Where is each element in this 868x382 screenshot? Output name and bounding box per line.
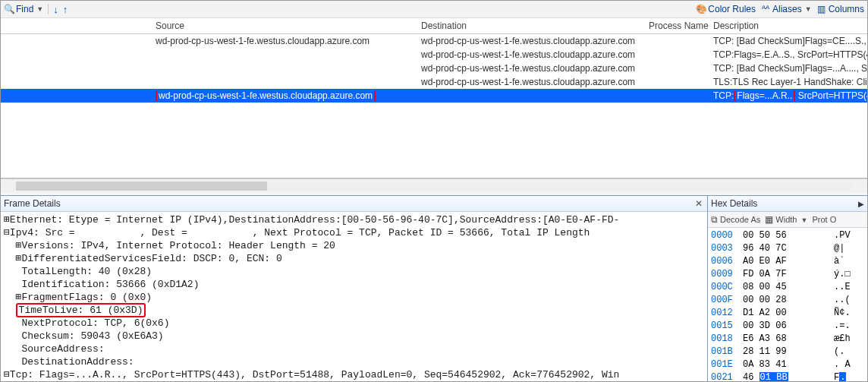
frame-details-pane: Frame Details ✕ ⊞Ethernet: Etype = Inter… bbox=[1, 195, 708, 381]
columns-label: Columns bbox=[829, 4, 864, 14]
hex-ascii: (. bbox=[834, 346, 864, 358]
cell-destination: wd-prod-cp-us-west-1-fe.westus.cloudapp.… bbox=[418, 49, 646, 60]
tree-line[interactable]: ⊞FragmentFlags: 0 (0x0) bbox=[4, 291, 704, 304]
hex-offset: 0003 bbox=[711, 242, 737, 255]
find-prev-button[interactable]: ↑ bbox=[63, 4, 68, 15]
tree-line[interactable]: ⊞Versions: IPv4, Internet Protocol: Head… bbox=[4, 239, 704, 252]
hex-ascii: Ñ¢. bbox=[834, 307, 864, 320]
find-label: Find bbox=[16, 4, 33, 14]
hex-row[interactable]: 001B28 11 99(. bbox=[711, 346, 864, 358]
cell-description: TCP:Flags=.E.A..S., SrcPort=HTTPS(44 bbox=[710, 49, 867, 60]
hex-row[interactable]: 0006A0 E0 AFà` bbox=[711, 255, 864, 268]
hex-ascii: ..( bbox=[834, 294, 864, 307]
frame-details-header: Frame Details ✕ bbox=[1, 196, 707, 212]
tree-line[interactable]: Checksum: 59043 (0xE6A3) bbox=[4, 330, 704, 343]
cell-source: wd-prod-cp-us-west-1-fe.westus.cloudapp.… bbox=[153, 90, 418, 101]
tree-line[interactable]: TotalLength: 40 (0x28) bbox=[4, 265, 704, 278]
hex-row[interactable]: 000396 40 7C@| bbox=[711, 242, 864, 255]
hex-row[interactable]: 002146 01 BBF. bbox=[711, 371, 864, 381]
prot-o-button[interactable]: Prot O bbox=[812, 215, 836, 224]
color-rules-button[interactable]: 🎨 Color Rules bbox=[696, 4, 756, 14]
hex-bytes: E6 A3 68 bbox=[743, 333, 828, 346]
columns-button[interactable]: ▥ Columns bbox=[816, 4, 864, 14]
chevron-down-icon: ▼ bbox=[805, 5, 812, 13]
col-header-process[interactable]: Process Name bbox=[646, 21, 710, 31]
close-icon[interactable]: ✕ bbox=[693, 198, 704, 209]
col-header-destination[interactable]: Destination bbox=[418, 21, 646, 31]
hex-bytes: 0A 83 41 bbox=[743, 358, 828, 371]
hex-row[interactable]: 0009FD 0A 7Fý.□ bbox=[711, 268, 864, 281]
hex-ascii: F. bbox=[834, 371, 864, 381]
chevron-down-icon: ▼ bbox=[801, 216, 808, 224]
tree-line[interactable]: ⊟Ipv4: Src = , Dest = , Next Protocol = … bbox=[4, 226, 704, 239]
tree-line[interactable]: SourceAddress: bbox=[4, 343, 704, 355]
width-button[interactable]: ▦ Width ▼ bbox=[765, 214, 807, 225]
packet-list-hscroll[interactable] bbox=[1, 178, 867, 193]
network-monitor-window: 🔍 Find ▼ ↓ ↑ 🎨 Color Rules ᴬᴬ Aliases ▼ … bbox=[0, 0, 868, 382]
cell-destination: wd-prod-cp-us-west-1-fe.westus.cloudapp.… bbox=[418, 36, 646, 46]
hex-bytes: A0 E0 AF bbox=[743, 255, 828, 268]
hex-row[interactable]: 000000 50 56.PV bbox=[711, 229, 864, 242]
hex-details-body[interactable]: 000000 50 56.PV000396 40 7C@|0006A0 E0 A… bbox=[708, 228, 867, 381]
hex-offset: 0006 bbox=[711, 255, 737, 268]
hex-ascii: ý.□ bbox=[834, 268, 864, 281]
find-button[interactable]: 🔍 Find ▼ bbox=[4, 4, 43, 14]
hex-bytes: FD 0A 7F bbox=[743, 268, 828, 281]
packet-list-rows: wd-prod-cp-us-west-1-fe.westus.cloudapp.… bbox=[1, 34, 867, 178]
toolbar: 🔍 Find ▼ ↓ ↑ 🎨 Color Rules ᴬᴬ Aliases ▼ … bbox=[1, 1, 867, 18]
hex-offset: 001B bbox=[711, 346, 737, 358]
aliases-label: Aliases bbox=[772, 4, 802, 14]
hex-bytes: 28 11 99 bbox=[743, 346, 828, 358]
hex-details-pane: Hex Details ▶ ⧉ Decode As ▦ Width ▼ Prot… bbox=[708, 195, 867, 381]
cell-description: TCP: [Bad CheckSum]Flags=...A...., Sr bbox=[710, 63, 867, 74]
table-row[interactable]: wd-prod-cp-us-west-1-fe.westus.cloudapp.… bbox=[1, 75, 867, 89]
hex-bytes: 00 3D 06 bbox=[743, 320, 828, 333]
hex-row[interactable]: 0012D1 A2 00Ñ¢. bbox=[711, 307, 864, 320]
tree-line[interactable]: DestinationAddress: bbox=[4, 355, 704, 368]
hex-row[interactable]: 001E0A 83 41. A bbox=[711, 358, 864, 371]
hex-row[interactable]: 001500 3D 06.=. bbox=[711, 320, 864, 333]
table-row[interactable]: wd-prod-cp-us-west-1-fe.westus.cloudapp.… bbox=[1, 34, 867, 48]
color-rules-label: Color Rules bbox=[708, 4, 756, 14]
hex-offset: 0018 bbox=[711, 333, 737, 346]
frame-details-body[interactable]: ⊞Ethernet: Etype = Internet IP (IPv4),De… bbox=[1, 212, 707, 381]
table-row[interactable]: wd-prod-cp-us-west-1-fe.westus.cloudapp.… bbox=[1, 48, 867, 62]
hex-bytes: D1 A2 00 bbox=[743, 307, 828, 320]
table-row[interactable]: wd-prod-cp-us-west-1-fe.westus.cloudapp.… bbox=[1, 62, 867, 75]
hex-offset: 0012 bbox=[711, 307, 737, 320]
frame-details-title: Frame Details bbox=[4, 198, 61, 209]
hex-bytes: 08 00 45 bbox=[743, 281, 828, 294]
col-header-description[interactable]: Description bbox=[710, 21, 867, 31]
table-row[interactable]: wd-prod-cp-us-west-1-fe.westus.cloudapp.… bbox=[1, 89, 867, 103]
aliases-button[interactable]: ᴬᴬ Aliases ▼ bbox=[760, 4, 812, 14]
tree-line[interactable]: TimeToLive: 61 (0x3D) bbox=[4, 304, 704, 317]
palette-icon: 🎨 bbox=[696, 4, 706, 14]
tree-line[interactable]: ⊞Ethernet: Etype = Internet IP (IPv4),De… bbox=[4, 213, 704, 226]
hex-ascii: @| bbox=[834, 242, 864, 255]
details-split: Frame Details ✕ ⊞Ethernet: Etype = Inter… bbox=[1, 195, 867, 381]
columns-icon: ▥ bbox=[816, 4, 827, 14]
find-next-button[interactable]: ↓ bbox=[53, 4, 58, 15]
tree-line[interactable]: Identification: 53666 (0xD1A2) bbox=[4, 278, 704, 291]
flags-annotation: Flags=...A.R.. bbox=[734, 90, 795, 101]
hex-offset: 001E bbox=[711, 358, 737, 371]
hex-offset: 0009 bbox=[711, 268, 737, 281]
chevron-down-icon: ▼ bbox=[36, 5, 43, 13]
ttl-annotation: TimeToLive: 61 (0x3D) bbox=[16, 303, 146, 317]
hex-row[interactable]: 0018E6 A3 68æ£h bbox=[711, 333, 864, 346]
hex-row[interactable]: 000F00 00 28..( bbox=[711, 294, 864, 307]
cell-source: wd-prod-cp-us-west-1-fe.westus.cloudapp.… bbox=[153, 36, 418, 46]
hex-row[interactable]: 000C08 00 45..E bbox=[711, 281, 864, 294]
hex-ascii: à` bbox=[834, 255, 864, 268]
col-header-source[interactable]: Source bbox=[153, 21, 418, 31]
packet-list: Source Destination Process Name Descript… bbox=[1, 18, 867, 178]
decode-as-button[interactable]: ⧉ Decode As bbox=[711, 214, 760, 225]
tree-line[interactable]: ⊞DifferentiatedServicesField: DSCP: 0, E… bbox=[4, 252, 704, 265]
cell-description: TCP: [Bad CheckSum]Flags=CE....S., Sr bbox=[710, 36, 867, 46]
tree-line[interactable]: ⊟Tcp: Flags=...A.R.., SrcPort=HTTPS(443)… bbox=[4, 368, 704, 381]
cell-destination: wd-prod-cp-us-west-1-fe.westus.cloudapp.… bbox=[418, 63, 646, 74]
expand-icon[interactable]: ▶ bbox=[858, 200, 864, 208]
tree-line[interactable]: NextProtocol: TCP, 6(0x6) bbox=[4, 317, 704, 330]
hex-ascii: æ£h bbox=[834, 333, 864, 346]
hex-offset: 0015 bbox=[711, 320, 737, 333]
